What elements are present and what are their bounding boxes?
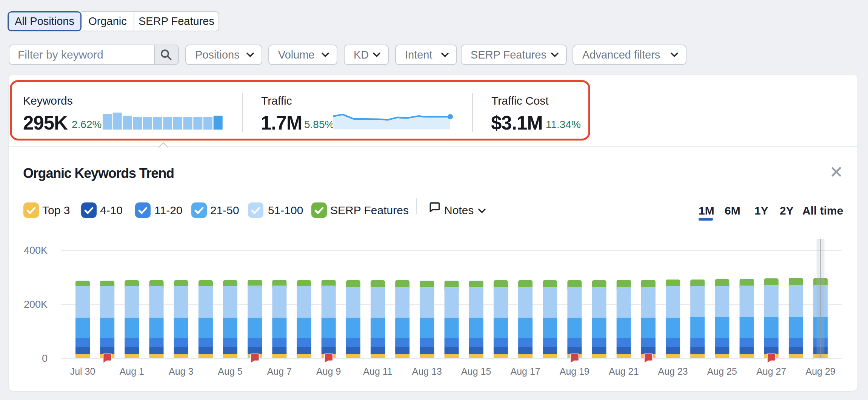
svg-text:200K: 200K [24,299,48,310]
svg-text:Aug 23: Aug 23 [658,366,688,377]
svg-text:Aug 5: Aug 5 [218,366,242,377]
svg-text:Aug 13: Aug 13 [412,366,442,377]
svg-text:Aug 1: Aug 1 [120,366,144,377]
svg-text:Aug 7: Aug 7 [267,366,292,377]
svg-text:Aug 15: Aug 15 [461,366,491,377]
svg-text:Aug 25: Aug 25 [707,366,737,377]
svg-text:Jul 30: Jul 30 [70,366,95,377]
svg-text:Aug 29: Aug 29 [805,366,835,377]
svg-text:0: 0 [42,353,48,364]
svg-text:Aug 9: Aug 9 [316,366,341,377]
svg-text:Aug 27: Aug 27 [756,366,786,377]
svg-text:Aug 11: Aug 11 [363,366,392,377]
svg-text:Aug 3: Aug 3 [169,366,193,377]
svg-text:Aug 17: Aug 17 [510,366,540,377]
svg-text:Aug 19: Aug 19 [560,366,589,377]
svg-text:Aug 21: Aug 21 [609,366,639,377]
svg-text:400K: 400K [24,245,48,256]
